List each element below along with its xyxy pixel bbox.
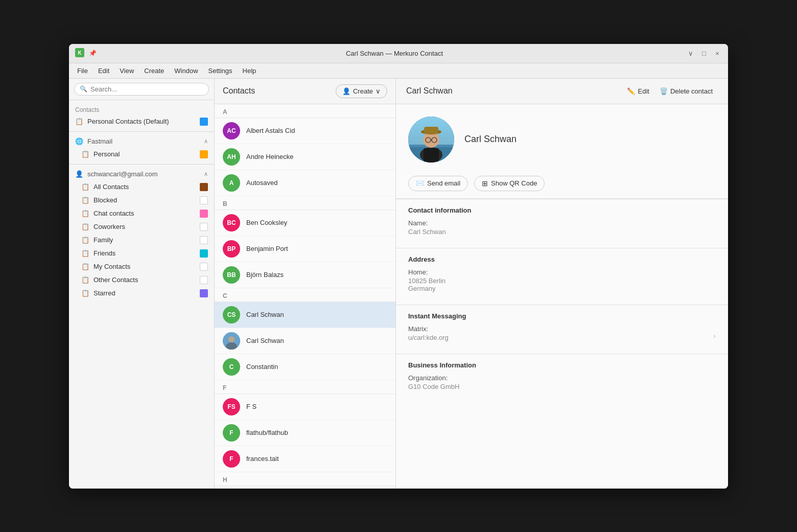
contact-information-section: Contact information Name: Carl Schwan bbox=[396, 199, 728, 248]
titlebar-icons: K 📌 bbox=[75, 48, 98, 58]
detail-contact-name: Carl Schwan bbox=[406, 86, 622, 96]
contact-item[interactable]: AH Andre Heinecke bbox=[215, 144, 395, 170]
close-button[interactable]: × bbox=[713, 49, 722, 58]
edit-label: Edit bbox=[638, 87, 649, 95]
avatar-photo bbox=[223, 332, 240, 350]
contact-item[interactable]: HR Halla Rempt bbox=[215, 486, 395, 489]
menu-window[interactable]: Window bbox=[170, 65, 202, 76]
sidebar-item-label: Friends bbox=[93, 249, 196, 257]
sidebar-item-label: Other Contacts bbox=[93, 276, 196, 284]
sidebar-item-color bbox=[200, 223, 208, 231]
avatar: C bbox=[223, 358, 240, 376]
contact-info-title: Contact information bbox=[408, 206, 716, 214]
contacts-panel: Contacts 👤 Create ∨ A AC Albert Astals C… bbox=[215, 79, 396, 489]
search-input[interactable] bbox=[90, 85, 203, 93]
sidebar-item-label: Personal Contacts (Default) bbox=[87, 118, 196, 125]
contact-item[interactable]: AC Albert Astals Cid bbox=[215, 118, 395, 144]
menu-file[interactable]: File bbox=[73, 65, 92, 76]
contact-item[interactable]: F flathub/flathub bbox=[215, 420, 395, 446]
contact-group-h: H bbox=[215, 472, 395, 486]
contact-book-icon: 📋 bbox=[81, 196, 89, 204]
delete-contact-button[interactable]: 🗑️ Delete contact bbox=[654, 85, 718, 98]
edit-icon: ✏️ bbox=[627, 87, 635, 95]
contact-item[interactable]: Carl Schwan bbox=[215, 328, 395, 354]
business-title: Business Information bbox=[408, 361, 716, 369]
pin-icon: 📌 bbox=[87, 48, 98, 58]
sidebar-item-blocked[interactable]: 📋 Blocked bbox=[69, 194, 214, 207]
sidebar-item-personal[interactable]: 📋 Personal bbox=[69, 148, 214, 161]
app-icon: K bbox=[75, 48, 84, 57]
show-qr-button[interactable]: ⊞ Show QR Code bbox=[474, 176, 545, 191]
main-window: K 📌 Carl Schwan — Merkuro Contact ∨ □ × … bbox=[69, 44, 728, 489]
home-address-field: Home: 10825 BerlinGermany bbox=[408, 268, 716, 292]
contact-item[interactable]: BB Björn Balazs bbox=[215, 262, 395, 288]
contact-book-icon: 📋 bbox=[81, 150, 89, 158]
matrix-label: Matrix: bbox=[408, 325, 713, 333]
gmail-account-header[interactable]: 👤 schwancarl@gmail.com ∧ bbox=[69, 168, 214, 180]
contact-name: F S bbox=[246, 403, 256, 410]
avatar: BB bbox=[223, 266, 240, 284]
sidebar: 🔍 Contacts 📋 Personal Contacts (Default) bbox=[69, 79, 215, 489]
sidebar-item-color bbox=[200, 210, 208, 218]
sidebar-item-color bbox=[200, 276, 208, 284]
search-wrapper[interactable]: 🔍 bbox=[74, 83, 209, 96]
menu-help[interactable]: Help bbox=[239, 65, 261, 76]
sidebar-item-friends[interactable]: 📋 Friends bbox=[69, 247, 214, 260]
edit-button[interactable]: ✏️ Edit bbox=[622, 85, 654, 98]
globe-icon: 🌐 bbox=[75, 137, 83, 145]
avatar: AC bbox=[223, 122, 240, 140]
sidebar-item-personal-contacts[interactable]: 📋 Personal Contacts (Default) bbox=[69, 115, 214, 128]
contact-book-icon: 📋 bbox=[81, 289, 89, 297]
gmail-collapse-icon: ∧ bbox=[204, 171, 208, 177]
sidebar-item-my-contacts[interactable]: 📋 My Contacts bbox=[69, 260, 214, 273]
organization-value: G10 Code GmbH bbox=[408, 383, 716, 390]
menu-create[interactable]: Create bbox=[140, 65, 168, 76]
avatar: F bbox=[223, 424, 240, 442]
contact-group-f: F bbox=[215, 380, 395, 394]
menu-settings[interactable]: Settings bbox=[204, 65, 237, 76]
contact-item[interactable]: C Constantin bbox=[215, 354, 395, 380]
menu-view[interactable]: View bbox=[115, 65, 138, 76]
sidebar-item-coworkers[interactable]: 📋 Coworkers bbox=[69, 220, 214, 234]
contact-group-a: A bbox=[215, 104, 395, 118]
sidebar-item-starred[interactable]: 📋 Starred bbox=[69, 287, 214, 300]
window-title: Carl Schwan — Merkuro Contact bbox=[103, 50, 686, 57]
fastmail-account-header[interactable]: 🌐 Fastmail ∧ bbox=[69, 135, 214, 148]
contact-item-selected[interactable]: CS Carl Schwan bbox=[215, 302, 395, 328]
contact-item[interactable]: A Autosaved bbox=[215, 170, 395, 196]
contact-book-icon: 📋 bbox=[81, 236, 89, 244]
sidebar-item-other-contacts[interactable]: 📋 Other Contacts bbox=[69, 273, 214, 287]
create-button[interactable]: 👤 Create ∨ bbox=[336, 84, 387, 98]
sidebar-scroll: Contacts 📋 Personal Contacts (Default) 🌐… bbox=[69, 100, 214, 489]
contact-item[interactable]: F frances.tait bbox=[215, 446, 395, 472]
instant-messaging-section: Instant Messaging Matrix: u/carl:kde.org… bbox=[396, 305, 728, 354]
address-section: Address Home: 10825 BerlinGermany bbox=[396, 248, 728, 305]
menu-edit[interactable]: Edit bbox=[94, 65, 113, 76]
maximize-button[interactable]: □ bbox=[699, 49, 709, 58]
address-title: Address bbox=[408, 256, 716, 263]
name-label: Name: bbox=[408, 219, 716, 227]
search-box: 🔍 bbox=[69, 79, 214, 100]
contact-item[interactable]: FS F S bbox=[215, 394, 395, 420]
contact-item[interactable]: BC Ben Cooksley bbox=[215, 210, 395, 236]
contacts-panel-title: Contacts bbox=[223, 86, 336, 96]
create-chevron-icon: ∨ bbox=[376, 87, 381, 95]
minimize-button[interactable]: ∨ bbox=[686, 49, 695, 58]
contact-book-icon: 📋 bbox=[81, 249, 89, 258]
sidebar-item-chat-contacts[interactable]: 📋 Chat contacts bbox=[69, 207, 214, 220]
svg-rect-3 bbox=[223, 332, 240, 350]
avatar: F bbox=[223, 450, 240, 468]
contact-group-b: B bbox=[215, 196, 395, 210]
contact-name: Carl Schwan bbox=[246, 311, 284, 318]
sidebar-item-family[interactable]: 📋 Family bbox=[69, 234, 214, 247]
send-email-button[interactable]: ✉️ Send email bbox=[408, 176, 468, 191]
contacts-header: Contacts 👤 Create ∨ bbox=[215, 79, 395, 104]
contact-item[interactable]: BP Benjamin Port bbox=[215, 236, 395, 262]
fastmail-collapse-icon: ∧ bbox=[204, 138, 208, 145]
svg-rect-11 bbox=[424, 127, 438, 134]
contact-book-icon: 📋 bbox=[75, 118, 83, 126]
sidebar-item-all-contacts[interactable]: 📋 All Contacts bbox=[69, 180, 214, 194]
avatar: A bbox=[223, 174, 240, 192]
sidebar-item-label: All Contacts bbox=[93, 183, 196, 191]
home-value: 10825 BerlinGermany bbox=[408, 277, 716, 292]
